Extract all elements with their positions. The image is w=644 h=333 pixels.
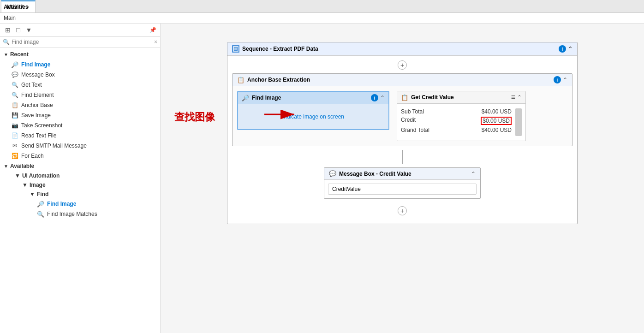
add-step-bottom-button-wrapper: +	[398, 206, 407, 215]
anchor-info-icon[interactable]: i	[554, 76, 561, 83]
recent-send-smtp[interactable]: ✉ Send SMTP Mail Message	[0, 141, 160, 151]
credit-row: Credit $0.00 USD	[401, 116, 512, 126]
recent-read-text-file-label: Read Text File	[21, 132, 56, 139]
grand-total-value: $40.00 USD	[482, 127, 512, 133]
find-image-collapse-icon[interactable]: ⌃	[380, 95, 385, 101]
message-box-icon: 💬	[11, 71, 18, 78]
ui-automation-arrow-icon: ▼	[15, 172, 20, 179]
collapse-button[interactable]: □	[15, 26, 21, 34]
credit-body: Sub Total $40.00 USD Credit $0.00 USD	[397, 104, 525, 141]
anchor-header: 📋 Anchor Base Extraction i ⌃	[233, 74, 572, 86]
workflow-area: 查找图像 Sequence - Extrac	[170, 33, 635, 309]
credit-collapse-icon[interactable]: ⌃	[517, 94, 522, 101]
search-clear-icon[interactable]: ×	[154, 39, 157, 45]
recent-section-header[interactable]: ▼ Recent	[0, 49, 160, 59]
recent-arrow-icon: ▼	[4, 52, 8, 57]
find-image-icon: 🔎	[11, 61, 18, 68]
credit-value-text: $0.00 USD	[481, 117, 512, 125]
anchor-container: 📋 Anchor Base Extraction i ⌃	[232, 73, 572, 146]
credit-title: Get Credit Value	[411, 94, 454, 101]
recent-label: Recent	[10, 51, 29, 58]
credit-menu-icon[interactable]: ≡	[511, 94, 515, 101]
message-box-body	[324, 180, 480, 198]
add-step-bottom-button[interactable]: +	[398, 206, 407, 215]
available-arrow-icon: ▼	[4, 164, 8, 169]
image-arrow-icon: ▼	[22, 182, 28, 188]
sequence-info-icon[interactable]: i	[559, 45, 566, 53]
available-find-image-matches[interactable]: 🔍 Find Image Matches	[0, 209, 160, 219]
message-box-title: Message Box - Credit Value	[339, 171, 411, 177]
main-layout: ⊞ □ ▼ Activities 📌 🔍 × ▼ Recent 🔎 Find I…	[0, 24, 644, 333]
breadcrumb-text: Main	[4, 15, 16, 21]
recent-anchor-base[interactable]: 📋 Anchor Base	[0, 100, 160, 110]
canvas: 查找图像 Sequence - Extrac	[161, 24, 644, 333]
connector-line	[402, 150, 403, 164]
message-box-icon: 💬	[329, 170, 336, 177]
add-activity-button[interactable]: ⊞	[4, 26, 12, 34]
sequence-collapse-icon[interactable]: ⌃	[568, 46, 572, 52]
find-image-body[interactable]: Indicate image on screen	[238, 104, 388, 129]
find-image-box: 🔎 Find Image i ⌃ Indicate imag	[237, 91, 389, 130]
anchor-title: Anchor Base Extraction	[247, 77, 310, 83]
find-element-icon: 🔍	[11, 91, 18, 99]
recent-message-box-label: Message Box	[21, 71, 55, 78]
anchor-base-icon: 📋	[11, 101, 18, 109]
sequence-header: Sequence - Extract PDF Data i ⌃	[227, 42, 577, 56]
add-step-top-button[interactable]: +	[398, 60, 407, 70]
recent-read-text-file[interactable]: 📄 Read Text File	[0, 131, 160, 141]
recent-get-text[interactable]: 🔍 Get Text	[0, 80, 160, 90]
recent-take-screenshot[interactable]: 📷 Take Screenshot	[0, 120, 160, 131]
sequence-icon	[232, 45, 239, 53]
recent-message-box[interactable]: 💬 Message Box	[0, 70, 160, 80]
credit-icon: 📋	[401, 94, 408, 101]
recent-find-element-label: Find Element	[21, 92, 54, 98]
available-find-image-label: Find Image	[47, 201, 76, 207]
find-arrow-icon: ▼	[30, 191, 35, 197]
recent-save-image[interactable]: 💾 Save Image	[0, 110, 160, 120]
recent-find-image[interactable]: 🔎 Find Image	[0, 59, 160, 70]
available-label: Available	[10, 163, 34, 169]
grand-total-label: Grand Total	[401, 127, 429, 133]
credit-value-input[interactable]	[328, 184, 477, 195]
anchor-icon: 📋	[237, 77, 244, 83]
search-input[interactable]	[12, 39, 152, 45]
find-label: Find	[37, 191, 48, 197]
message-box-header: 💬 Message Box - Credit Value ⌃	[324, 168, 480, 180]
find-image-header: 🔎 Find Image i ⌃	[238, 92, 388, 104]
anchor-collapse-icon[interactable]: ⌃	[563, 77, 567, 83]
sub-total-label: Sub Total	[401, 108, 424, 115]
indicate-image-label: Indicate image on screen	[282, 113, 344, 120]
sub-total-value: $40.00 USD	[482, 108, 512, 115]
sub-total-row: Sub Total $40.00 USD	[401, 107, 512, 116]
recent-anchor-base-label: Anchor Base	[21, 102, 53, 108]
get-text-icon: 🔍	[11, 81, 18, 89]
credit-value-box: 📋 Get Credit Value ≡ ⌃	[397, 91, 526, 141]
sequence-header-left: Sequence - Extract PDF Data	[232, 45, 318, 53]
find-image-info-icon[interactable]: i	[371, 94, 378, 101]
sequence-container: Sequence - Extract PDF Data i ⌃ + 📋	[227, 42, 578, 224]
sequence-title: Sequence - Extract PDF Data	[242, 46, 318, 52]
recent-save-image-label: Save Image	[21, 112, 51, 119]
recent-find-element[interactable]: 🔍 Find Element	[0, 90, 160, 100]
available-section-header[interactable]: ▼ Available	[0, 161, 160, 171]
recent-take-screenshot-label: Take Screenshot	[21, 122, 62, 129]
sequence-body: + 📋 Anchor Base Extraction i ⌃	[227, 56, 577, 224]
grand-total-row: Grand Total $40.00 USD	[401, 126, 512, 134]
credit-label-text: Credit	[401, 117, 416, 125]
image-header[interactable]: ▼ Image	[0, 180, 160, 190]
sidebar-actions: ⊞ □ ▼	[4, 26, 33, 34]
ui-automation-header[interactable]: ▼ UI Automation	[0, 171, 160, 180]
ui-automation-label: UI Automation	[22, 172, 60, 179]
recent-get-text-label: Get Text	[21, 82, 42, 88]
available-find-image[interactable]: 🔎 Find Image	[0, 199, 160, 209]
smtp-icon: ✉	[11, 142, 18, 149]
tab-bar: Main * ×	[0, 0, 644, 13]
find-image-box-icon: 🔎	[242, 95, 249, 101]
activities-sidebar: ⊞ □ ▼ Activities 📌 🔍 × ▼ Recent 🔎 Find I…	[0, 24, 161, 333]
recent-for-each[interactable]: 🔁 For Each	[0, 151, 160, 161]
find-header[interactable]: ▼ Find	[0, 190, 160, 199]
credit-scrollbar[interactable]	[515, 108, 522, 136]
pin-button[interactable]: 📌	[149, 27, 156, 33]
filter-button[interactable]: ▼	[24, 26, 33, 34]
message-box-collapse-icon[interactable]: ⌃	[471, 171, 476, 177]
